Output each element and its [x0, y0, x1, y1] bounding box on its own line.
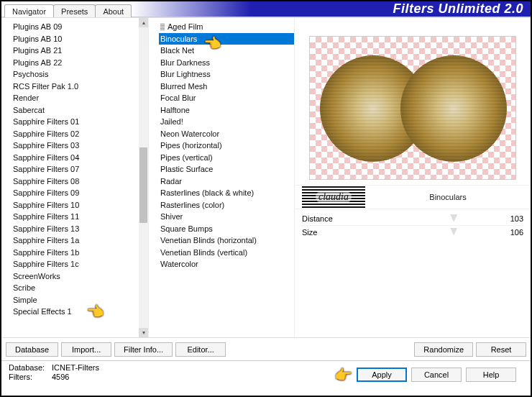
list-item[interactable]: Black Net	[159, 45, 294, 57]
list-item[interactable]: Simple	[12, 294, 148, 306]
param-value: 106	[502, 228, 523, 237]
list-item[interactable]: Pipes (vertical)	[159, 152, 294, 164]
scrollbar[interactable]: ▴ ▾	[139, 18, 148, 337]
author-logo: claudia	[302, 186, 365, 208]
list-item[interactable]: RCS Filter Pak 1.0	[12, 81, 148, 93]
list-item[interactable]: Sapphire Filters 1c	[12, 258, 148, 270]
scroll-thumb[interactable]	[139, 147, 147, 223]
list-item[interactable]: Sapphire Filters 1b	[12, 247, 148, 259]
list-item[interactable]: Sapphire Filters 07	[12, 163, 148, 175]
pointer-icon: 👉	[334, 366, 352, 383]
titlebar: Navigator Presets About Filters Unlimite…	[1, 1, 531, 17]
list-item[interactable]: Rasterlines (black & white)	[159, 187, 294, 199]
app-title: Filters Unlimited 2.0	[131, 1, 531, 17]
tab-about[interactable]: About	[95, 4, 132, 17]
list-item[interactable]: Sapphire Filters 01	[12, 116, 148, 128]
parameters: Distance103Size106	[295, 209, 531, 337]
param-value: 103	[502, 214, 523, 223]
status-database-value: ICNET-Filters	[52, 363, 99, 372]
import-button[interactable]: Import...	[61, 342, 111, 357]
list-item[interactable]: Square Bumps	[159, 223, 294, 235]
param-header: claudia Binoculars	[295, 185, 531, 209]
toolbar-row: Database Import... Filter Info... Editor…	[1, 337, 531, 360]
status-filters-value: 4596	[52, 373, 69, 381]
scroll-down-icon[interactable]: ▾	[139, 328, 148, 337]
param-slider[interactable]	[362, 217, 497, 220]
list-item[interactable]: Blur Darkness	[159, 57, 294, 69]
param-slider[interactable]	[362, 231, 497, 234]
apply-button[interactable]: Apply	[357, 368, 407, 382]
list-item[interactable]: Aged Film	[159, 21, 294, 33]
preview-area	[295, 18, 531, 185]
list-item[interactable]: Sapphire Filters 09	[12, 187, 148, 199]
filter-list[interactable]: Aged FilmBinocularsBlack NetBlur Darknes…	[149, 18, 295, 337]
list-item[interactable]: Venetian Blinds (vertical)	[159, 247, 294, 259]
list-item[interactable]: Rasterlines (color)	[159, 199, 294, 211]
list-item[interactable]: Pipes (horizontal)	[159, 140, 294, 152]
scroll-up-icon[interactable]: ▴	[139, 18, 148, 27]
help-button[interactable]: Help	[466, 368, 516, 382]
param-row: Distance103	[302, 212, 523, 225]
database-button[interactable]: Database	[6, 342, 58, 357]
cancel-button[interactable]: Cancel	[411, 368, 462, 382]
list-item[interactable]: Sabercat	[12, 104, 148, 117]
list-item[interactable]: Plugins AB 09	[12, 21, 148, 33]
list-item[interactable]: Special Effects 1	[12, 306, 148, 318]
tabs-row: Navigator Presets About	[1, 1, 131, 17]
tab-presets[interactable]: Presets	[53, 4, 96, 17]
current-filter-name: Binoculars	[365, 193, 531, 201]
list-item[interactable]: Psychosis	[12, 68, 148, 81]
list-item[interactable]: Sapphire Filters 04	[12, 152, 148, 164]
list-item[interactable]: Jailed!	[159, 116, 294, 128]
list-item[interactable]: Sapphire Filters 1a	[12, 234, 148, 247]
reset-button[interactable]: Reset	[476, 342, 526, 357]
param-row: Size106	[302, 225, 523, 238]
filter-type-icon	[160, 24, 165, 31]
list-item[interactable]: Sapphire Filters 10	[12, 199, 148, 211]
list-item[interactable]: Watercolor	[159, 258, 294, 270]
filter-info-button[interactable]: Filter Info...	[114, 342, 173, 357]
list-item[interactable]: Sapphire Filters 13	[12, 223, 148, 235]
param-label: Distance	[302, 214, 358, 223]
tab-navigator[interactable]: Navigator	[4, 4, 54, 17]
randomize-button[interactable]: Randomize	[414, 342, 473, 357]
preview-panel: claudia Binoculars Distance103Size106	[295, 18, 531, 337]
status-bar: Database: ICNET-Filters Filters: 4596 👉 …	[1, 360, 531, 393]
list-item[interactable]: Blur Lightness	[159, 68, 294, 81]
list-item[interactable]: Binoculars	[159, 33, 294, 45]
list-item[interactable]: ScreenWorks	[12, 270, 148, 283]
list-item[interactable]: Halftone	[159, 104, 294, 117]
binoculars-right-lens	[400, 55, 507, 162]
list-item[interactable]: Sapphire Filters 08	[12, 175, 148, 188]
preview-image	[309, 36, 516, 180]
list-item[interactable]: Plastic Surface	[159, 163, 294, 175]
list-item[interactable]: Plugins AB 10	[12, 33, 148, 45]
status-filters-label: Filters:	[9, 373, 52, 381]
list-item[interactable]: Plugins AB 22	[12, 57, 148, 69]
main-area: Plugins AB 09Plugins AB 10Plugins AB 21P…	[1, 17, 531, 337]
status-database-label: Database:	[9, 363, 52, 372]
list-item[interactable]: Focal Blur	[159, 92, 294, 104]
list-item[interactable]: Shiver	[159, 211, 294, 223]
list-item[interactable]: Venetian Blinds (horizontal)	[159, 234, 294, 247]
list-item[interactable]: Render	[12, 92, 148, 104]
list-item[interactable]: Sapphire Filters 03	[12, 140, 148, 152]
list-item[interactable]: Plugins AB 21	[12, 45, 148, 57]
list-item[interactable]: Radar	[159, 175, 294, 188]
list-item[interactable]: Neon Watercolor	[159, 128, 294, 140]
list-item[interactable]: Scribe	[12, 282, 148, 294]
editor-button[interactable]: Editor...	[175, 342, 226, 357]
list-item[interactable]: Sapphire Filters 02	[12, 128, 148, 140]
plugin-group-list[interactable]: Plugins AB 09Plugins AB 10Plugins AB 21P…	[1, 18, 149, 337]
list-item[interactable]: Sapphire Filters 11	[12, 211, 148, 223]
list-item[interactable]: Blurred Mesh	[159, 81, 294, 93]
param-label: Size	[302, 228, 358, 237]
